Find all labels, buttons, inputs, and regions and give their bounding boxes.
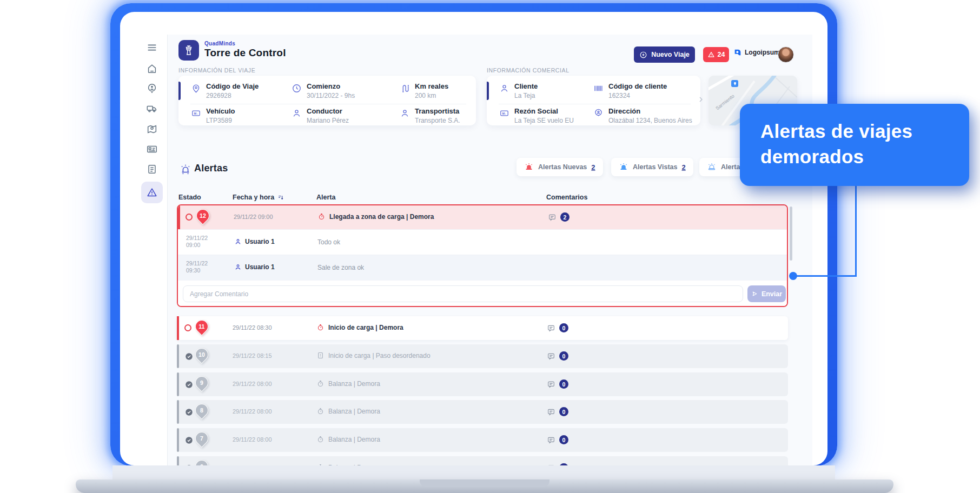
person-icon [399,108,410,118]
comment-input[interactable] [183,285,743,302]
new-trip-button[interactable]: Nuevo Viaje [634,46,695,63]
comment-icon [546,435,555,444]
column-fecha[interactable]: Fecha y hora [233,194,284,201]
row-accent [177,400,179,424]
siren-blue-icon [619,162,628,172]
alarm-bell-icon [180,163,191,175]
comment-icon [546,323,555,332]
sidebar-item-alerts[interactable] [141,182,163,203]
alert-row-12[interactable]: 12 29/11/22 09:00 Llegada a zona de carg… [178,205,787,229]
alert-number-pin: 11 [193,317,211,336]
field-address: DirecciónOlazábal 1234, Buenos Aires [593,107,692,124]
stopwatch-icon [316,323,325,331]
check-circle-icon [185,408,193,416]
callout-connector-dot [789,272,797,280]
comment-icon [547,212,557,222]
truck-icon[interactable] [145,102,158,115]
license-plate-icon: M↓ [190,108,201,118]
comment-icon [546,351,555,361]
document-icon[interactable] [145,163,158,176]
person-icon [499,83,509,94]
alert-number-pin: 10 [193,345,211,364]
field-trip-code: Código de Viaje2926928 [190,82,259,99]
commercial-info-label: INFORMACIÓN COMERCIAL [487,67,570,74]
tab-count: 2 [681,163,685,171]
alert-row-8[interactable]: 8 29/11/22 08:00 Balanza | Demora 0 [177,400,788,424]
card-accent [178,82,181,100]
stopwatch-icon [316,435,325,443]
stopwatch-icon [316,379,325,388]
field-client-code: Código de cliente162324 [593,82,667,99]
control-tower-icon [182,44,195,57]
alert-datetime: 29/11/22 09:00 [234,214,273,220]
alert-row-9[interactable]: 9 29/11/22 08:00 Balanza | Demora 0 [177,372,788,396]
alert-row-7[interactable]: 7 29/11/22 08:00 Balanza | Demora 0 [177,428,788,452]
svg-text:M↓: M↓ [194,111,198,115]
plus-circle-icon [639,51,647,59]
send-button[interactable]: Enviar [747,285,786,302]
column-comentarios: Comentarios [546,194,587,201]
comment-input-row: Enviar [178,280,787,307]
comment-row: 29/11/2209:00 Usuario 1 Todo ok [178,229,787,255]
barcode-icon [593,83,604,94]
route-icon [399,83,410,94]
comment-date: 29/11/2209:00 [186,235,208,249]
callout: Alertas de viajes demorados [740,104,969,186]
trip-info-card: Código de Viaje2926928 Comienzo30/11/202… [178,76,476,125]
send-icon [751,290,758,297]
check-circle-icon [185,381,193,389]
laptop-base-notch [420,479,549,487]
home-icon[interactable] [145,62,158,75]
warning-triangle-icon [145,186,158,199]
alert-number-pin: 8 [193,401,211,419]
menu-icon[interactable] [145,41,158,54]
location-pin-icon [190,83,201,94]
alerts-counter-badge[interactable]: 24 [703,47,729,62]
license-plate-icon: M↓ [499,108,509,118]
check-circle-icon [185,436,193,444]
alert-number-pin: 7 [193,429,211,448]
svg-text:M↓: M↓ [502,111,506,115]
partner-logo: Logoipsum [733,48,780,57]
driver-location-icon[interactable] [145,82,158,95]
page-title: Torre de Control [204,47,286,59]
stopwatch-icon [316,463,325,465]
tab-alertas-vistas[interactable]: Alertas Vistas 2 [611,158,693,176]
person-icon [234,263,242,271]
app-screen: QuadMinds Torre de Control Nuevo Viaje 2… [136,35,812,465]
scrollbar-thumb[interactable] [790,206,792,261]
alert-row-11[interactable]: 11 29/11/22 08:30 Inicio de carga | Demo… [177,316,788,340]
person-icon [234,237,242,245]
chevron-right-icon[interactable] [697,95,705,104]
check-circle-icon [185,352,193,361]
alert-number-pin: 12 [194,206,212,225]
card-accent [487,82,489,100]
alert-row-10[interactable]: 10 29/11/22 08:15 Inicio de carga | Paso… [177,344,788,368]
map-marker-icon [731,80,738,87]
callout-connector-vertical [855,186,857,276]
field-driver: ConductorMariano Pérez [291,107,349,124]
clock-icon [291,83,302,94]
field-client: ClienteLa Teja [499,82,538,99]
map-pin-icon[interactable] [145,123,158,136]
person-pin-icon [593,108,604,118]
logoipsum-icon [733,48,742,57]
callout-connector-horizontal [793,275,857,277]
siren-red-icon [524,162,534,172]
field-carrier: TransportistaTransporte S.A. [399,107,460,124]
sidebar [136,35,168,465]
warning-triangle-icon [707,51,715,58]
divider [499,104,691,104]
row-accent [177,344,179,368]
user-avatar[interactable] [778,46,794,63]
comment-text: Sale de zona ok [317,264,364,271]
comment-icon [546,407,555,416]
id-card-icon[interactable] [145,143,158,156]
alert-row-6[interactable]: 6 29/11/22 08:00 Balanza | Demora 0 [177,456,788,465]
tab-count: 2 [591,163,595,171]
tab-alertas-nuevas[interactable]: Alertas Nuevas 2 [517,158,603,176]
comments-count-badge: 2 [560,212,570,222]
status-ring-icon [184,324,191,331]
comment-row: 29/11/2209:30 Usuario 1 Sale de zona ok [178,255,787,280]
comment-user: Usuario 1 [234,263,275,271]
